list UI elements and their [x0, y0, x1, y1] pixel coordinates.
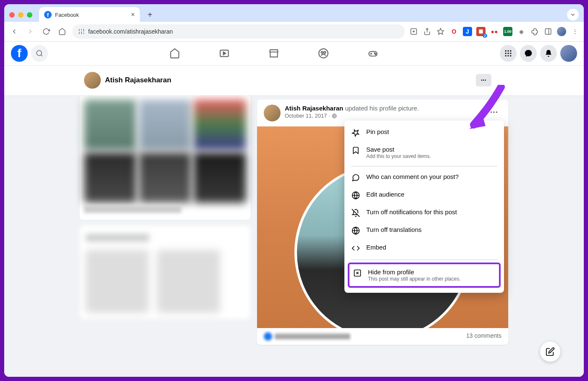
- post-card: Atish Rajasekharan updated his profile p…: [257, 100, 508, 345]
- menu-label: Who can comment on your post?: [366, 173, 497, 180]
- profile-avatar-icon[interactable]: [557, 27, 566, 36]
- menu-turn-off-notifications[interactable]: Turn off notifications for this post: [344, 204, 504, 222]
- fb-notifications-button[interactable]: [540, 45, 557, 62]
- reload-button[interactable]: [40, 26, 52, 37]
- site-settings-icon[interactable]: [78, 28, 85, 35]
- window-close-icon[interactable]: [9, 12, 15, 18]
- menu-subtitle: This post may still appear in other plac…: [368, 276, 496, 282]
- fb-nav-home[interactable]: [152, 43, 198, 63]
- profile-header-avatar[interactable]: [84, 72, 101, 89]
- svg-point-16: [319, 49, 328, 58]
- svg-point-18: [324, 52, 326, 53]
- svg-point-17: [321, 52, 323, 53]
- back-button[interactable]: [8, 26, 20, 37]
- svg-point-35: [493, 111, 495, 113]
- svg-point-29: [510, 53, 511, 54]
- code-icon: [351, 244, 360, 253]
- menu-save-post[interactable]: Save postAdd this to your saved items.: [344, 142, 504, 163]
- post-author-name[interactable]: Atish Rajasekharan: [285, 105, 343, 112]
- extension-blue-icon[interactable]: J: [463, 27, 472, 36]
- menu-label: Edit audience: [366, 191, 497, 198]
- svg-point-25: [507, 50, 509, 52]
- new-tab-button[interactable]: +: [144, 9, 156, 21]
- menu-subtitle: Add this to your saved items.: [366, 153, 497, 159]
- post-options-button[interactable]: [486, 105, 501, 120]
- photo-thumbnail[interactable]: [194, 152, 246, 203]
- profile-header-more-button[interactable]: ···: [476, 74, 491, 87]
- extension-opera-icon[interactable]: O: [449, 27, 459, 36]
- translate-icon: [351, 226, 360, 235]
- fb-account-avatar[interactable]: [560, 45, 577, 62]
- post-headline: Atish Rajasekharan updated his profile p…: [285, 105, 482, 112]
- photos-caption-blurred: [84, 205, 181, 213]
- fb-nav-groups[interactable]: [300, 43, 346, 63]
- menu-hide-from-profile[interactable]: Hide from profileThis post may still app…: [349, 264, 499, 286]
- browser-tab-active[interactable]: f Facebook ×: [39, 7, 140, 22]
- photo-thumbnail[interactable]: [84, 100, 136, 150]
- home-button[interactable]: [56, 26, 68, 37]
- post-comments-count[interactable]: 13 comments: [466, 332, 501, 341]
- svg-point-24: [505, 50, 507, 52]
- menu-label: Hide from profile: [368, 268, 496, 276]
- svg-point-34: [491, 111, 492, 113]
- extension-green-badge-icon[interactable]: 1.00: [503, 27, 512, 36]
- menu-edit-audience[interactable]: Edit audience: [344, 187, 504, 204]
- photos-card: [80, 95, 250, 220]
- fb-menu-grid-button[interactable]: [500, 45, 517, 62]
- extensions-puzzle-icon[interactable]: [530, 27, 539, 36]
- extension-todoist-icon[interactable]: 2: [476, 27, 486, 36]
- bell-off-icon: [351, 208, 360, 218]
- menu-label: Turn off notifications for this post: [366, 208, 497, 215]
- svg-point-12: [37, 50, 42, 55]
- photo-thumbnail[interactable]: [194, 100, 246, 150]
- window-minimize-icon[interactable]: [18, 12, 24, 18]
- share-icon[interactable]: [423, 27, 432, 36]
- post-author-avatar[interactable]: [264, 105, 281, 121]
- globe-icon[interactable]: [332, 113, 337, 118]
- svg-line-13: [41, 55, 42, 56]
- globe-icon: [351, 191, 360, 200]
- fb-nav-gaming[interactable]: [350, 43, 396, 63]
- svg-rect-10: [545, 29, 551, 34]
- address-bar-row: facebook.com/atishrajasekharan O J 2 ●● …: [4, 22, 584, 42]
- tab-close-icon[interactable]: ×: [131, 11, 135, 18]
- compose-fab-button[interactable]: [540, 342, 560, 362]
- url-bar[interactable]: facebook.com/atishrajasekharan: [72, 24, 405, 39]
- menu-label: Embed: [366, 244, 497, 251]
- annotation-highlight-box: Hide from profileThis post may still app…: [348, 263, 501, 288]
- post-reactions-blurred[interactable]: [264, 332, 350, 341]
- photo-thumbnail[interactable]: [139, 152, 192, 203]
- profile-header-actions: ···: [476, 74, 491, 87]
- post-date[interactable]: October 11, 2017: [285, 113, 327, 119]
- tabs-dropdown-button[interactable]: [567, 9, 579, 21]
- window-maximize-icon[interactable]: [27, 12, 32, 18]
- browser-chrome: f Facebook × + facebook.com/atishrajasek…: [4, 4, 584, 42]
- photo-thumbnail[interactable]: [84, 152, 136, 203]
- svg-point-31: [507, 55, 509, 56]
- bookmark-star-icon[interactable]: [436, 27, 445, 36]
- fb-search-button[interactable]: [31, 45, 48, 62]
- photo-thumbnail[interactable]: [139, 100, 192, 150]
- browser-tabs: f Facebook × +: [39, 7, 579, 22]
- browser-menu-icon[interactable]: ⋮: [570, 27, 580, 36]
- menu-who-comment[interactable]: Who can comment on your post?: [344, 169, 504, 187]
- fb-nav-marketplace[interactable]: [251, 43, 297, 63]
- fb-messenger-button[interactable]: [520, 45, 537, 62]
- svg-point-36: [496, 111, 498, 113]
- fb-nav-video[interactable]: [201, 43, 247, 63]
- extension-grey-icon[interactable]: ◆: [517, 27, 526, 36]
- comment-icon: [351, 173, 360, 182]
- menu-pin-post[interactable]: Pin post: [344, 124, 504, 142]
- side-panel-icon[interactable]: [543, 27, 553, 36]
- menu-embed[interactable]: Embed: [344, 239, 504, 257]
- menu-turn-off-translations[interactable]: Turn off translations: [344, 222, 504, 239]
- profile-sticky-header: Atish Rajasekharan ···: [4, 65, 584, 95]
- facebook-favicon-icon: f: [44, 11, 52, 18]
- forward-button[interactable]: [24, 26, 36, 37]
- install-app-icon[interactable]: [409, 27, 418, 36]
- fb-logo-icon[interactable]: f: [11, 45, 28, 62]
- menu-label: Pin post: [366, 128, 497, 135]
- svg-point-27: [505, 53, 507, 54]
- friends-card-blurred: [80, 226, 250, 319]
- extension-red-circle-icon[interactable]: ●●: [490, 27, 499, 36]
